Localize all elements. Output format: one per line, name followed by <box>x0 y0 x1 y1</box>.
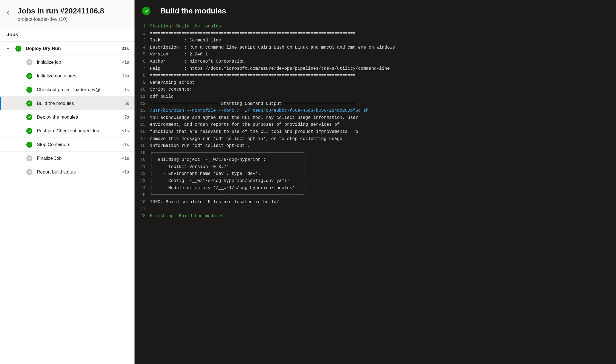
log-line: 28Finishing: Build the modules <box>135 213 616 220</box>
log-line-content: information run 'cdf collect opt-out'. <box>150 142 616 150</box>
step-label: Initialize job <box>37 60 122 65</box>
status-success-icon <box>142 7 150 15</box>
step-row[interactable]: Build the modules5s <box>0 97 135 110</box>
page-header: Jobs in run #20241106.8 project-loader-d… <box>0 0 135 28</box>
status-success-icon <box>26 73 32 79</box>
left-pane: Jobs in run #20241106.8 project-loader-d… <box>0 0 135 364</box>
step-label: Build the modules <box>37 101 124 106</box>
log-line: 5Version : 2.246.1 <box>135 51 616 58</box>
log-line-number: 2 <box>135 30 150 37</box>
step-duration: 1s <box>124 87 129 92</box>
log-line-number: 7 <box>135 65 150 72</box>
log-line-content: ========================================… <box>150 72 616 79</box>
job-list: Deploy Dry Run 31s Initialize job<1sInit… <box>0 42 135 364</box>
log-line-number: 21 <box>135 164 150 171</box>
log-line: 18information run 'cdf collect opt-out'. <box>135 142 616 150</box>
log-line: 22│ - Environment name 'dev', type 'dev'… <box>135 170 616 178</box>
log-line-content: Version : 2.246.1 <box>150 51 616 58</box>
log-line-number: 16 <box>135 128 150 136</box>
log-line: 8=======================================… <box>135 72 616 79</box>
log-line-content: └───────────────────────────────────────… <box>150 192 616 199</box>
chevron-down-icon[interactable] <box>4 46 12 51</box>
log-line: 17remove this message run 'cdf collect o… <box>135 136 616 143</box>
step-row[interactable]: Report build status<1s <box>0 165 135 179</box>
log-header: Build the modules <box>135 0 616 23</box>
step-row[interactable]: Stop Containers<1s <box>0 138 135 152</box>
log-line-content: Task : Command line <box>150 37 616 44</box>
step-row[interactable]: Deploy the modules7s <box>0 110 135 124</box>
step-row[interactable]: Checkout project-loader-dev@...1s <box>0 83 135 97</box>
log-line: 3Task : Command line <box>135 37 616 44</box>
log-line: 20│ Building project '/__w/1/s/cog-hyper… <box>135 156 616 164</box>
step-row[interactable]: Initialize containers15s <box>0 69 135 83</box>
page-subtitle: project-loader-dev (10) <box>18 16 104 22</box>
log-line-number: 4 <box>135 44 150 51</box>
job-group-row[interactable]: Deploy Dry Run 31s <box>0 42 135 55</box>
log-line-number: 26 <box>135 199 150 206</box>
log-line: 1Starting: Build the modules <box>135 23 616 30</box>
step-label: Finalize Job <box>37 156 122 161</box>
log-line: 7Help : https://docs.microsoft.com/azure… <box>135 65 616 72</box>
step-label: Stop Containers <box>37 142 122 147</box>
log-line-number: 3 <box>135 37 150 44</box>
log-line-content: ┌───────────────────────────────────────… <box>150 150 616 157</box>
log-line-number: 5 <box>135 51 150 58</box>
log-line-content: │ Building project '/__w/1/s/cog-hyperio… <box>150 156 616 164</box>
log-line: 19┌─────────────────────────────────────… <box>135 150 616 157</box>
log-line-number: 20 <box>135 156 150 164</box>
log-line-number: 28 <box>135 213 150 220</box>
log-body[interactable]: 1Starting: Build the modules2===========… <box>135 23 616 364</box>
log-line-content <box>150 206 616 213</box>
log-line-number: 25 <box>135 192 150 199</box>
step-duration: <1s <box>122 142 129 147</box>
log-line-content: ========================== Starting Comm… <box>150 100 616 108</box>
log-line: 14You acknowledge and agree that the CLI… <box>135 114 616 122</box>
log-line: 27 <box>135 206 616 213</box>
step-row[interactable]: Initialize job<1s <box>0 55 135 69</box>
step-duration: 15s <box>122 74 129 79</box>
log-line: 24│ - Module directory '/__w/1/s/cog-hyp… <box>135 185 616 192</box>
log-line-content: functions that are relevant to use of th… <box>150 128 616 136</box>
status-success-icon <box>15 46 21 52</box>
log-line-number: 18 <box>135 142 150 150</box>
log-line: 10Script contents: <box>135 86 616 93</box>
step-label: Initialize containers <box>37 73 122 79</box>
step-duration: <1s <box>122 170 129 175</box>
log-title: Build the modules <box>160 7 226 15</box>
log-line: 23│ - Config '/__w/1/s/cog-hyperion/conf… <box>135 178 616 185</box>
log-line-number: 10 <box>135 86 150 93</box>
job-group-duration: 31s <box>122 46 129 51</box>
status-skipped-icon <box>26 155 32 161</box>
step-duration: 5s <box>124 101 129 106</box>
log-line-content: remove this message run 'cdf collect opt… <box>150 136 616 143</box>
help-link[interactable]: https://docs.microsoft.com/azure/devops/… <box>189 66 390 71</box>
status-skipped-icon <box>26 59 32 65</box>
step-duration: <1s <box>122 156 129 161</box>
step-row[interactable]: Finalize Job<1s <box>0 152 135 165</box>
log-line-content: Finishing: Build the modules <box>150 213 616 220</box>
log-line-content: Help : https://docs.microsoft.com/azure/… <box>150 65 616 72</box>
log-line-number: 12 <box>135 100 150 108</box>
log-line-content: environment, and crash reports for the p… <box>150 121 616 128</box>
log-line-content: cdf build <box>150 93 616 100</box>
back-button[interactable] <box>5 9 13 16</box>
log-line-number: 23 <box>135 178 150 185</box>
log-line-number: 9 <box>135 79 150 86</box>
jobs-section-header: Jobs <box>0 28 135 42</box>
log-line-number: 1 <box>135 23 150 30</box>
step-label: Post-job: Checkout project-loa... <box>37 128 122 134</box>
status-skipped-icon <box>26 169 32 175</box>
log-line-content: │ - Environment name 'dev', type 'dev'. … <box>150 170 616 178</box>
log-line: 2=======================================… <box>135 30 616 37</box>
log-line-number: 24 <box>135 185 150 192</box>
step-row[interactable]: Post-job: Checkout project-loa...<1s <box>0 124 135 138</box>
step-duration: 7s <box>124 115 129 120</box>
log-line-content: Starting: Build the modules <box>150 23 616 30</box>
log-line-content: Script contents: <box>150 86 616 93</box>
log-line-content: INFO: Build complete. Files are located … <box>150 199 616 206</box>
log-line-number: 17 <box>135 136 150 143</box>
log-line-number: 14 <box>135 114 150 122</box>
log-line-content: Generating script. <box>150 79 616 86</box>
log-line-content: You acknowledge and agree that the CLI t… <box>150 114 616 122</box>
step-duration: <1s <box>122 60 129 65</box>
